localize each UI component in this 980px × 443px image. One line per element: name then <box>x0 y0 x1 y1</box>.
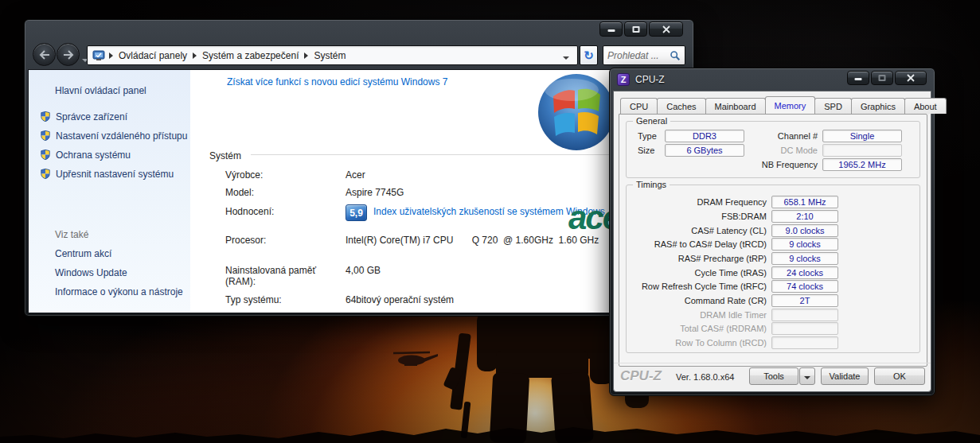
size-field: 6 GBytes <box>665 144 744 157</box>
back-arrow-icon <box>39 50 50 60</box>
group-label: General <box>633 116 670 126</box>
control-panel-icon <box>92 50 105 61</box>
refresh-button[interactable]: ↻ <box>580 45 598 65</box>
field-label: Hodnocení: <box>225 206 333 217</box>
explorer-content: Hlavní ovládací panel Správce zařízení N… <box>28 69 692 313</box>
timing-label: Cycle Time (tRAS) <box>627 266 767 279</box>
cpuz-window: Z CPU-Z CPU Caches Mainboard Memory SPD … <box>609 68 935 396</box>
tab-about[interactable]: About <box>904 98 947 114</box>
search-input[interactable] <box>607 50 670 61</box>
field-label: Typ systému: <box>225 294 333 305</box>
timing-label: Row To Column (tRCD) <box>627 336 767 349</box>
tab-bar: CPU Caches Mainboard Memory SPD Graphics… <box>620 97 946 114</box>
address-bar[interactable]: Ovládací panely Systém a zabezpečení Sys… <box>87 45 578 65</box>
maximize-button[interactable] <box>624 21 647 37</box>
navigation-bar: Ovládací panely Systém a zabezpečení Sys… <box>25 41 693 69</box>
field-value: Aspire 7745G <box>346 187 624 198</box>
cpuz-logo: CPU-Z <box>620 368 662 384</box>
maximize-button <box>871 71 893 85</box>
breadcrumb-system[interactable]: Systém <box>310 48 349 64</box>
upgrade-link[interactable]: Získat více funkcí s novou edicí systému… <box>227 76 447 87</box>
sidebar-item-remote-settings[interactable]: Nastavení vzdáleného přístupu <box>40 130 187 142</box>
ok-button[interactable]: OK <box>874 367 925 385</box>
field-label: Model: <box>225 187 333 198</box>
timing-row-cas-latency: CAS# Latency (CL) 9.0 clocks <box>627 224 919 238</box>
search-box[interactable] <box>603 45 685 65</box>
validate-button[interactable]: Validate <box>821 367 869 385</box>
tab-caches[interactable]: Caches <box>657 98 705 114</box>
group-label: Timings <box>633 180 670 189</box>
close-button[interactable] <box>649 21 683 37</box>
timing-field: 9 clocks <box>771 252 838 265</box>
timing-row-dram-idle-timer: DRAM Idle Timer <box>627 309 919 322</box>
sidebar-item-home[interactable]: Hlavní ovládací panel <box>55 85 146 96</box>
chevron-down-icon <box>804 376 810 379</box>
field-value: 64bitový operační systém <box>346 294 624 305</box>
field-label: Procesor: <box>225 235 333 246</box>
helicopter-silhouette <box>390 346 441 371</box>
minimize-button[interactable] <box>847 71 869 85</box>
sidebar-item-label: Upřesnit nastavení systému <box>56 169 174 180</box>
explorer-window-controls <box>599 21 683 37</box>
timing-row-dram-frequency: DRAM Frequency 658.1 MHz <box>627 196 919 209</box>
refresh-icon: ↻ <box>584 49 594 62</box>
timing-label: RAS# Precharge (tRP) <box>627 252 767 265</box>
general-group: General Type DDR3 Size 6 GBytes Channel … <box>626 121 920 178</box>
tab-mainboard[interactable]: Mainboard <box>705 98 766 114</box>
sidebar-item-advanced-settings[interactable]: Upřesnit nastavení systému <box>40 168 174 180</box>
breadcrumb-arrow-icon <box>109 52 113 59</box>
forward-button[interactable] <box>57 43 80 66</box>
sidebar-item-performance-info[interactable]: Informace o výkonu a nástroje <box>55 286 183 297</box>
sidebar-item-label: Správce zařízení <box>56 111 127 122</box>
timing-row-trcd: RAS# to CAS# Delay (tRCD) 9 clocks <box>627 238 919 251</box>
cpuz-footer: CPU-Z Ver. 1.68.0.x64 Tools Validate OK <box>614 363 931 390</box>
timing-label: FSB:DRAM <box>627 210 767 223</box>
tools-dropdown-button[interactable] <box>799 367 815 385</box>
sidebar-item-action-center[interactable]: Centrum akcí <box>55 248 111 259</box>
explorer-window: Ovládací panely Systém a zabezpečení Sys… <box>24 19 694 317</box>
wei-score-badge: 5,9 <box>346 204 367 221</box>
channel-label: Channel # <box>746 131 818 141</box>
timing-label: DRAM Idle Timer <box>627 309 767 321</box>
cpuz-window-controls <box>847 71 927 85</box>
timing-field <box>771 336 838 349</box>
tab-graphics[interactable]: Graphics <box>851 98 905 114</box>
sidebar-item-windows-update[interactable]: Windows Update <box>55 267 127 278</box>
minimize-button[interactable] <box>599 21 623 37</box>
forward-arrow-icon <box>63 50 74 60</box>
timing-row-trfc: Row Refresh Cycle Time (tRFC) 74 clocks <box>627 280 919 293</box>
timing-field: 2:10 <box>771 210 838 223</box>
channel-field: Single <box>822 130 902 142</box>
tab-cpu[interactable]: CPU <box>620 98 658 114</box>
maximize-icon <box>632 26 639 33</box>
address-dropdown-button[interactable] <box>558 45 574 66</box>
sidebar-item-label: Nastavení vzdáleného přístupu <box>56 130 187 142</box>
nb-frequency-label: NB Frequency <box>730 160 818 169</box>
timing-label: CAS# Latency (CL) <box>627 224 767 237</box>
timing-row-tras: Cycle Time (tRAS) 24 clocks <box>627 266 919 280</box>
breadcrumb-arrow-icon <box>193 52 197 59</box>
breadcrumb-control-panel[interactable]: Ovládací panely <box>115 48 191 64</box>
nb-frequency-field: 1965.2 MHz <box>822 158 902 171</box>
sidebar-item-system-protection[interactable]: Ochrana systému <box>40 149 131 161</box>
breadcrumb-system-security[interactable]: Systém a zabezpečení <box>198 48 303 64</box>
memory-tab-panel: General Type DDR3 Size 6 GBytes Channel … <box>619 114 927 367</box>
size-label: Size <box>638 146 654 155</box>
timing-field: 74 clocks <box>771 280 838 293</box>
back-button[interactable] <box>33 43 56 66</box>
close-icon <box>907 74 915 82</box>
field-label: Výrobce: <box>225 169 333 181</box>
type-label: Type <box>638 131 657 141</box>
timings-group: Timings DRAM Frequency 658.1 MHz FSB:DRA… <box>626 185 920 353</box>
see-also-header: Viz také <box>55 229 88 240</box>
sidebar-item-device-manager[interactable]: Správce zařízení <box>40 111 127 122</box>
timing-field <box>771 322 838 335</box>
tools-button[interactable]: Tools <box>749 367 798 385</box>
tab-memory[interactable]: Memory <box>765 96 816 114</box>
tab-spd[interactable]: SPD <box>814 98 852 114</box>
minimize-icon <box>607 29 615 32</box>
close-button[interactable] <box>895 71 927 85</box>
timing-label: DRAM Frequency <box>627 196 767 208</box>
version-text: Ver. 1.68.0.x64 <box>676 372 734 382</box>
timing-label: Row Refresh Cycle Time (tRFC) <box>627 280 767 293</box>
